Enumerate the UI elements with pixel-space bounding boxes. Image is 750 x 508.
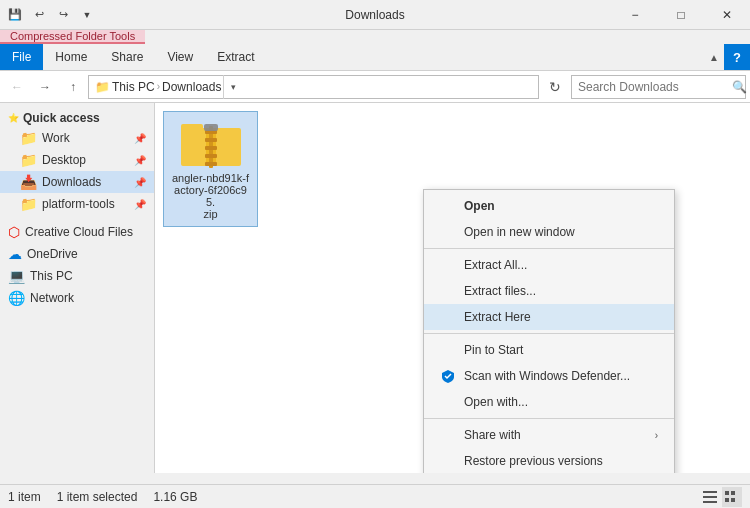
zip-folder-icon (181, 118, 241, 170)
ctx-sep-3 (424, 418, 674, 419)
ribbon-collapse-arrow[interactable]: ▲ (704, 44, 724, 70)
svg-rect-14 (731, 491, 735, 495)
sidebar-item-platform-tools[interactable]: 📁 platform-tools 📌 (0, 193, 154, 215)
refresh-button[interactable]: ↻ (543, 75, 567, 99)
creative-cloud-icon: ⬡ (8, 224, 20, 240)
tab-home[interactable]: Home (43, 44, 99, 70)
ctx-extract-all-label: Extract All... (464, 258, 527, 272)
pin-icon-desktop: 📌 (134, 155, 146, 166)
ribbon-tabs: File Home Share View Extract ▲ ? (0, 44, 750, 70)
ctx-extract-here[interactable]: Extract Here (424, 304, 674, 330)
maximize-button[interactable]: □ (658, 0, 704, 30)
ctx-open-new-window-label: Open in new window (464, 225, 575, 239)
ctx-extract-files-label: Extract files... (464, 284, 536, 298)
ribbon: Compressed Folder Tools File Home Share … (0, 30, 750, 71)
ctx-pin-start[interactable]: Pin to Start (424, 337, 674, 363)
ctx-extract-here-label: Extract Here (464, 310, 531, 324)
sidebar-item-creative-cloud[interactable]: ⬡ Creative Cloud Files (0, 221, 154, 243)
ctx-restore[interactable]: Restore previous versions (424, 448, 674, 473)
ctx-extract-all[interactable]: Extract All... (424, 252, 674, 278)
sidebar-label-work: Work (42, 131, 70, 145)
path-icon: 📁 (95, 80, 110, 94)
back-button[interactable]: ← (4, 74, 30, 100)
view-buttons (700, 487, 742, 507)
ctx-restore-label: Restore previous versions (464, 454, 603, 468)
up-button[interactable]: ↑ (60, 74, 86, 100)
help-button[interactable]: ? (724, 44, 750, 70)
quick-access-save[interactable]: 💾 (4, 4, 26, 26)
tab-file[interactable]: File (0, 44, 43, 70)
svg-rect-9 (204, 124, 218, 131)
file-item-zip[interactable]: angler-nbd91k-factory-6f206c95.zip (163, 111, 258, 227)
address-path[interactable]: 📁 This PC › Downloads ▾ (88, 75, 539, 99)
sidebar-label-desktop: Desktop (42, 153, 86, 167)
svg-rect-16 (731, 498, 735, 502)
ctx-scan[interactable]: Scan with Windows Defender... (424, 363, 674, 389)
selected-info: 1 item selected (57, 490, 138, 504)
content-area[interactable]: angler-nbd91k-factory-6f206c95.zip Open … (155, 103, 750, 473)
ctx-pin-start-label: Pin to Start (464, 343, 523, 357)
tab-extract[interactable]: Extract (205, 44, 266, 70)
path-segment-this-pc: This PC (112, 80, 155, 94)
sidebar-label-this-pc: This PC (30, 269, 73, 283)
windows-defender-icon (440, 368, 456, 384)
quick-access-redo[interactable]: ↪ (52, 4, 74, 26)
minimize-button[interactable]: − (612, 0, 658, 30)
status-bar: 1 item 1 item selected 1.16 GB (0, 484, 750, 508)
onedrive-icon: ☁ (8, 246, 22, 262)
ctx-sep-1 (424, 248, 674, 249)
title-bar-left: 💾 ↩ ↪ ▼ (0, 4, 98, 26)
sidebar-label-network: Network (30, 291, 74, 305)
ctx-share-with-label: Share with (464, 428, 521, 442)
sidebar-item-network[interactable]: 🌐 Network (0, 287, 154, 309)
quick-access-label: ⭐ Quick access (0, 107, 154, 127)
ctx-open-with[interactable]: Open with... (424, 389, 674, 415)
address-dropdown[interactable]: ▾ (223, 75, 243, 99)
ctx-open[interactable]: Open (424, 193, 674, 219)
sidebar-label-onedrive: OneDrive (27, 247, 78, 261)
sidebar-item-this-pc[interactable]: 💻 This PC (0, 265, 154, 287)
svg-rect-12 (703, 501, 717, 503)
pin-icon-platform-tools: 📌 (134, 199, 146, 210)
list-view-button[interactable] (700, 487, 720, 507)
ctx-extract-here-icon (440, 309, 456, 325)
sidebar-item-desktop[interactable]: 📁 Desktop 📌 (0, 149, 154, 171)
ctx-extract-all-icon (440, 257, 456, 273)
address-bar: ← → ↑ 📁 This PC › Downloads ▾ ↻ 🔍 (0, 71, 750, 103)
folder-icon: 📁 (20, 196, 37, 212)
ctx-share-with[interactable]: Share with › (424, 422, 674, 448)
folder-icon-downloads: 📥 (20, 174, 37, 190)
close-button[interactable]: ✕ (704, 0, 750, 30)
ctx-extract-files[interactable]: Extract files... (424, 278, 674, 304)
svg-rect-8 (205, 162, 217, 166)
quick-access-undo[interactable]: ↩ (28, 4, 50, 26)
svg-rect-10 (703, 491, 717, 493)
search-box[interactable]: 🔍 (571, 75, 746, 99)
sidebar-item-downloads[interactable]: 📥 Downloads 📌 (0, 171, 154, 193)
details-view-button[interactable] (722, 487, 742, 507)
search-icon[interactable]: 🔍 (732, 80, 747, 94)
ctx-open-label: Open (464, 199, 495, 213)
quick-access-expand[interactable]: ⭐ (8, 113, 19, 123)
sidebar-item-work[interactable]: 📁 Work 📌 (0, 127, 154, 149)
ctx-open-new-window[interactable]: Open in new window (424, 219, 674, 245)
window-controls: − □ ✕ (612, 0, 750, 30)
this-pc-icon: 💻 (8, 268, 25, 284)
path-segment-downloads: Downloads (162, 80, 221, 94)
window-title: Downloads (345, 8, 404, 22)
quick-access-more[interactable]: ▼ (76, 4, 98, 26)
sidebar-label-platform-tools: platform-tools (42, 197, 115, 211)
sidebar-item-onedrive[interactable]: ☁ OneDrive (0, 243, 154, 265)
search-input[interactable] (578, 80, 728, 94)
pin-icon-work: 📌 (134, 133, 146, 144)
forward-button[interactable]: → (32, 74, 58, 100)
svg-rect-11 (703, 496, 717, 498)
tab-share[interactable]: Share (99, 44, 155, 70)
context-menu: Open Open in new window Extract All... E… (423, 189, 675, 473)
svg-rect-6 (205, 146, 217, 150)
ctx-pin-start-icon (440, 342, 456, 358)
tab-view[interactable]: View (155, 44, 205, 70)
ctx-share-with-icon (440, 427, 456, 443)
ctx-open-icon (440, 198, 456, 214)
ctx-open-new-window-icon (440, 224, 456, 240)
